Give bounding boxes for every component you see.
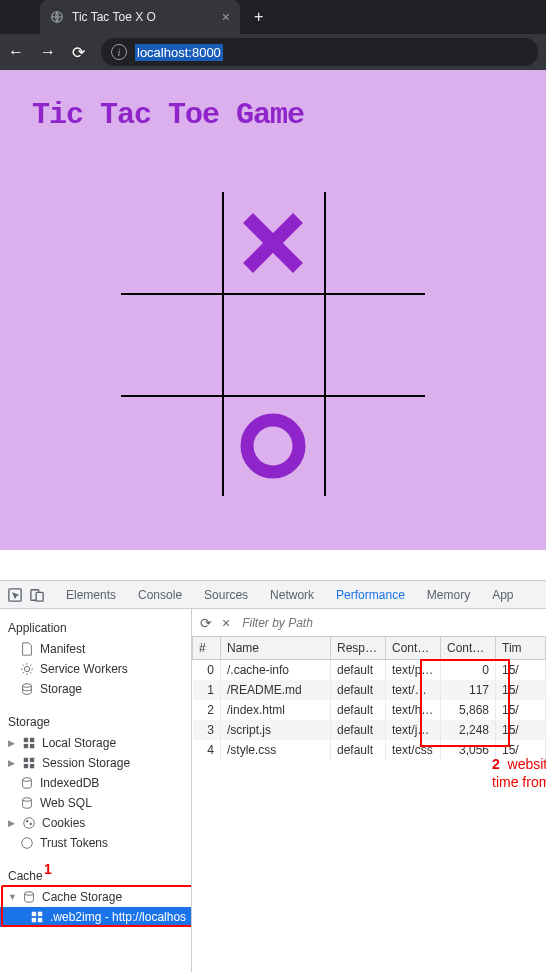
sidebar-item-local-storage[interactable]: ▶Local Storage (0, 733, 191, 753)
group-application: Application (0, 617, 191, 639)
svg-rect-14 (30, 764, 34, 768)
sidebar-item-service-workers[interactable]: Service Workers (0, 659, 191, 679)
grid-line (121, 293, 425, 295)
tictactoe-board (121, 192, 425, 496)
sidebar-item-cookies[interactable]: ▶Cookies (0, 813, 191, 833)
tab-console[interactable]: Console (138, 588, 182, 602)
url-input[interactable]: i localhost:8000 (101, 38, 538, 66)
sidebar-item-session-storage[interactable]: ▶Session Storage (0, 753, 191, 773)
page-title: Tic Tac Toe Game (32, 98, 536, 132)
grid-icon (22, 756, 36, 770)
x-mark-icon (238, 208, 308, 278)
tab-application[interactable]: App (492, 588, 513, 602)
filter-bar: ⟳ × (192, 609, 546, 637)
svg-point-19 (30, 823, 32, 825)
svg-rect-10 (30, 744, 34, 748)
svg-rect-11 (24, 758, 28, 762)
filter-input[interactable] (240, 615, 538, 631)
tab-performance[interactable]: Performance (336, 588, 405, 602)
url-text: localhost:8000 (135, 44, 223, 61)
page-content: Tic Tac Toe Game (0, 70, 546, 550)
svg-point-21 (25, 892, 34, 896)
tab-sources[interactable]: Sources (204, 588, 248, 602)
grid-icon (30, 910, 44, 924)
tab-title: Tic Tac Toe X O (72, 10, 156, 24)
tab-bar: Tic Tac Toe X O × + (0, 0, 546, 34)
database-icon (20, 682, 34, 696)
browser-tab[interactable]: Tic Tac Toe X O × (40, 0, 240, 34)
cookie-icon (22, 816, 36, 830)
svg-rect-22 (32, 912, 36, 916)
svg-rect-4 (36, 592, 43, 601)
sidebar-item-cache-entry[interactable]: .web2img - http://localhos (0, 907, 191, 927)
group-cache: Cache (0, 865, 191, 887)
svg-rect-24 (32, 918, 36, 922)
svg-rect-8 (30, 738, 34, 742)
svg-point-5 (24, 666, 29, 671)
svg-rect-7 (24, 738, 28, 742)
devtools-sidebar: Application Manifest Service Workers Sto… (0, 609, 192, 972)
sidebar-item-storage[interactable]: Storage (0, 679, 191, 699)
col-index[interactable]: # (193, 637, 221, 660)
col-content-type[interactable]: Conte… (386, 637, 441, 660)
grid-line (324, 192, 326, 496)
back-icon[interactable]: ← (8, 43, 24, 61)
sidebar-item-cache-storage[interactable]: ▼Cache Storage (0, 887, 191, 907)
svg-point-18 (26, 820, 28, 822)
tab-elements[interactable]: Elements (66, 588, 116, 602)
col-content-length[interactable]: Conte… (441, 637, 496, 660)
sidebar-item-indexeddb[interactable]: IndexedDB (0, 773, 191, 793)
database-icon (20, 776, 34, 790)
annotation-label-1: 1 (44, 861, 52, 877)
sidebar-item-websql[interactable]: Web SQL (0, 793, 191, 813)
col-response[interactable]: Respo… (331, 637, 386, 660)
table-row[interactable]: 2/index.htmldefaulttext/h…5,86815/ (193, 700, 546, 720)
inspect-icon[interactable] (8, 588, 22, 602)
svg-point-20 (22, 838, 33, 849)
svg-rect-9 (24, 744, 28, 748)
info-icon[interactable]: i (111, 44, 127, 60)
tab-network[interactable]: Network (270, 588, 314, 602)
col-name[interactable]: Name (221, 637, 331, 660)
devtools-tabs: Elements Console Sources Network Perform… (66, 588, 514, 602)
svg-rect-13 (24, 764, 28, 768)
tab-memory[interactable]: Memory (427, 588, 470, 602)
table-row[interactable]: 0/.cache-infodefaulttext/p…015/ (193, 660, 546, 681)
file-icon (20, 642, 34, 656)
token-icon (20, 836, 34, 850)
sidebar-item-manifest[interactable]: Manifest (0, 639, 191, 659)
sidebar-item-trust-tokens[interactable]: Trust Tokens (0, 833, 191, 853)
svg-point-1 (247, 420, 299, 472)
table-row[interactable]: 3/script.jsdefaulttext/ja…2,24815/ (193, 720, 546, 740)
new-tab-button[interactable]: + (254, 8, 263, 26)
svg-rect-12 (30, 758, 34, 762)
forward-icon[interactable]: → (40, 43, 56, 61)
svg-point-16 (23, 798, 32, 802)
devtools-header: Elements Console Sources Network Perform… (0, 581, 546, 609)
svg-point-6 (23, 684, 32, 688)
devtools-panel: Elements Console Sources Network Perform… (0, 580, 546, 972)
reload-icon[interactable]: ⟳ (72, 43, 85, 62)
table-row[interactable]: 1/README.mddefaulttext/…11715/ (193, 680, 546, 700)
svg-rect-25 (38, 918, 42, 922)
reload-icon[interactable]: ⟳ (200, 615, 212, 631)
annotation-text-2: 2 website files being decoded in real-ti… (492, 755, 546, 791)
cache-table: # Name Respo… Conte… Conte… Tim 0/.cache… (192, 637, 546, 760)
board-cell-o[interactable] (222, 395, 323, 496)
gear-icon (20, 662, 34, 676)
database-icon (22, 890, 36, 904)
globe-icon (50, 10, 64, 24)
url-bar: ← → ⟳ i localhost:8000 (0, 34, 546, 70)
browser-chrome: Tic Tac Toe X O × + ← → ⟳ i localhost:80… (0, 0, 546, 70)
group-storage: Storage (0, 711, 191, 733)
svg-point-17 (24, 818, 35, 829)
grid-icon (22, 736, 36, 750)
svg-rect-23 (38, 912, 42, 916)
close-icon[interactable]: × (222, 615, 230, 631)
col-time[interactable]: Tim (496, 637, 546, 660)
board-cell-x[interactable] (222, 192, 323, 293)
device-icon[interactable] (30, 588, 44, 602)
close-icon[interactable]: × (222, 9, 230, 25)
svg-point-15 (23, 778, 32, 782)
database-icon (20, 796, 34, 810)
